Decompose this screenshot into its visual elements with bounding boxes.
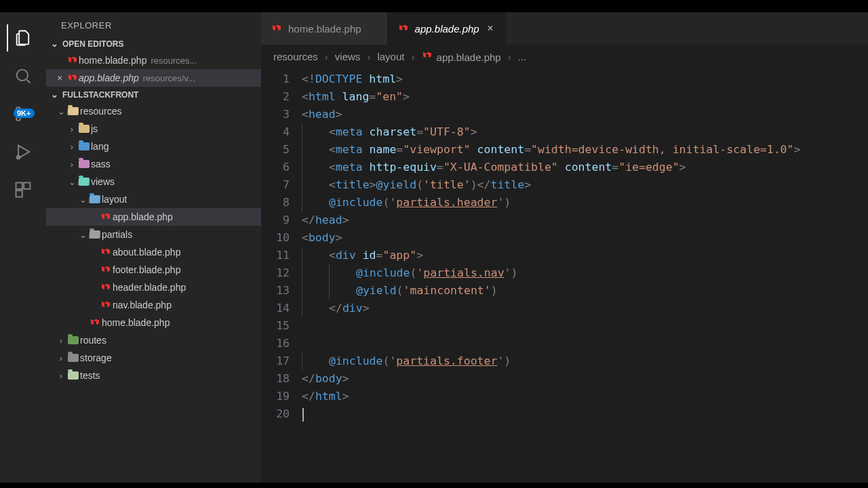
folder-row[interactable]: ›storage [46,349,261,367]
breadcrumb-item[interactable]: ... [518,51,527,62]
code-line[interactable]: <html lang="en"> [302,88,868,106]
explorer-title: EXPLORER [46,12,261,36]
tree-label: layout [102,194,127,205]
chevron-down-icon: ⌄ [49,89,60,100]
code-line[interactable]: @include('partials.header') [302,194,868,211]
file-row[interactable]: ›footer.blade.php [46,261,261,279]
code-line[interactable]: @yield('maincontent') [302,282,868,300]
file-row[interactable]: ›nav.blade.php [46,296,261,314]
breadcrumb[interactable]: resources›views›layout› app.blade.php›..… [261,45,868,68]
chevron-right-icon: › [66,159,77,169]
editor-tab[interactable]: home.blade.php [261,12,388,45]
tree-label: resources [80,106,121,117]
laravel-file-icon [99,300,113,310]
folder-row[interactable]: ⌄views [46,173,261,190]
folder-row[interactable]: ⌄resources [46,102,261,120]
code-line[interactable] [302,335,868,352]
open-editor-label: app.blade.php [79,73,139,83]
tab-label: app.blade.php [415,23,479,35]
svg-rect-7 [16,190,22,197]
activity-extensions[interactable] [7,171,39,209]
code-line[interactable]: <meta charset="UTF-8"> [302,123,868,141]
laravel-file-icon [99,247,113,258]
folder-row[interactable]: ›tests [46,367,261,384]
open-editor-item[interactable]: ×app.blade.phpresources/v... [46,69,261,87]
line-number: 18 [261,370,290,388]
code-line[interactable]: <!DOCTYPE html> [302,70,868,88]
activity-debug[interactable] [7,133,39,171]
activity-search[interactable] [7,57,39,95]
tree-label: js [91,123,98,134]
search-icon [14,66,33,85]
code-line[interactable] [302,405,868,423]
workspace-header[interactable]: ⌄ FULLSTACKFRONT [46,87,261,102]
code-line[interactable]: <head> [302,106,868,123]
open-editor-path: resources/v... [143,73,195,83]
code-line[interactable]: <meta name="viewport" content="width=dev… [302,141,868,159]
code-line[interactable]: @include('partials.footer') [302,352,868,370]
line-number: 6 [261,159,290,176]
editor-group: home.blade.phpapp.blade.php× resources›v… [261,12,868,483]
line-number: 1 [261,70,290,88]
svg-rect-6 [24,183,30,189]
breadcrumb-item[interactable]: resources [273,51,318,62]
code-editor[interactable]: 1234567891011121314151617181920 <!DOCTYP… [261,68,868,483]
activity-explorer[interactable] [7,19,39,57]
folder-row[interactable]: ›routes [46,331,261,349]
breadcrumb-item[interactable]: views [335,51,361,62]
folder-icon [66,354,80,362]
folder-row[interactable]: ⌄layout [46,190,261,208]
folder-row[interactable]: ›lang [46,138,261,155]
folder-row[interactable]: ›js [46,120,261,138]
code-line[interactable]: </html> [302,388,868,405]
folder-icon [77,160,91,168]
line-number: 16 [261,335,290,352]
code-content[interactable]: <!DOCTYPE html><html lang="en"><head><me… [302,70,868,483]
line-number: 9 [261,211,290,229]
open-editors-label: OPEN EDITORS [62,39,123,49]
tree-label: views [91,176,115,187]
line-number: 10 [261,229,290,247]
breadcrumb-item[interactable]: layout [377,51,404,62]
file-row[interactable]: ›about.blade.php [46,243,261,261]
chevron-down-icon: ⌄ [56,106,66,117]
code-line[interactable]: </head> [302,211,868,229]
open-editor-item[interactable]: home.blade.phpresources... [46,52,261,69]
code-line[interactable]: </body> [302,370,868,388]
explorer-sidebar: EXPLORER ⌄ OPEN EDITORS home.blade.phpre… [46,12,261,483]
line-number: 11 [261,247,290,264]
line-number: 19 [261,388,290,405]
chevron-right-icon: › [66,142,77,152]
close-icon[interactable]: × [485,22,496,35]
code-line[interactable]: </div> [302,300,868,317]
editor-tab[interactable]: app.blade.php× [388,12,506,45]
extensions-icon [14,180,33,199]
line-number: 15 [261,317,290,335]
line-number: 14 [261,300,290,317]
code-line[interactable]: <body> [302,229,868,247]
code-line[interactable] [302,317,868,335]
open-editors-header[interactable]: ⌄ OPEN EDITORS [46,36,261,52]
close-icon[interactable]: × [53,73,66,83]
file-row[interactable]: ›home.blade.php [46,314,261,331]
folder-row[interactable]: ⌄partials [46,226,261,243]
files-icon [14,28,33,47]
tree-label: partials [102,229,132,240]
line-number: 3 [261,106,290,123]
file-row[interactable]: ›header.blade.php [46,279,261,296]
open-editors-list: home.blade.phpresources...×app.blade.php… [46,52,261,87]
tree-label: lang [91,141,108,152]
svg-point-0 [17,70,28,81]
code-line[interactable]: <div id="app"> [302,247,868,264]
code-line[interactable]: <meta http-equiv="X-UA-Compatible" conte… [302,159,868,176]
code-line[interactable]: @include('partials.nav') [302,264,868,282]
tab-label: home.blade.php [288,23,361,35]
file-row[interactable]: ›app.blade.php [46,208,261,226]
line-number: 5 [261,141,290,159]
folder-row[interactable]: ›sass [46,155,261,173]
folder-icon [66,107,80,115]
folder-icon [66,371,80,380]
code-line[interactable]: <title>@yield('title')</title> [302,176,868,194]
breadcrumb-item[interactable]: app.blade.php [421,50,500,63]
chevron-down-icon: ⌄ [77,195,88,205]
